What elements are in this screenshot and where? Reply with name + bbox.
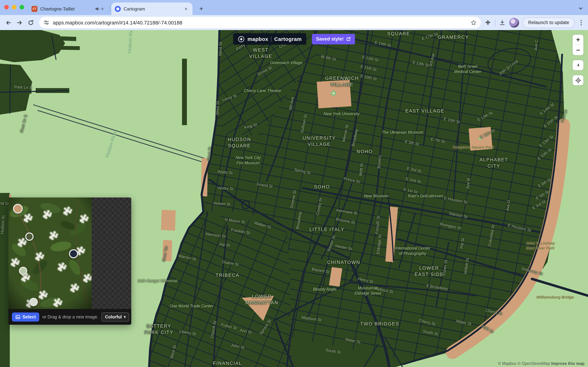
- style-dropdown-label: Colorful: [105, 314, 122, 319]
- forward-button[interactable]: [14, 17, 25, 28]
- tab-title: Cartogram: [123, 6, 180, 11]
- relaunch-button[interactable]: Relaunch to update: [523, 17, 575, 28]
- brand-bar: mapbox Cartogram Saved style!: [233, 33, 355, 45]
- image-panel: Select or Drag & drop a new image. Color…: [9, 198, 131, 325]
- improve-map-link[interactable]: Improve this map: [551, 361, 585, 366]
- tab-close-button[interactable]: ×: [183, 6, 189, 12]
- select-image-button[interactable]: Select: [12, 312, 39, 321]
- map-controls: + −: [573, 35, 583, 90]
- style-dropdown[interactable]: Colorful ▾: [102, 312, 129, 321]
- zoom-window-button[interactable]: [20, 5, 24, 9]
- tab-title: Chartogne-Taillet: [40, 6, 92, 11]
- site-settings-icon[interactable]: [43, 20, 49, 25]
- geolocate-button[interactable]: [573, 75, 583, 85]
- browser-menu-icon[interactable]: ⋮: [578, 19, 584, 26]
- url-bar[interactable]: apps.mapbox.com/cartogram/#14.14/40.7218…: [39, 17, 481, 28]
- drop-hint-text: or Drag & drop a new image.: [43, 314, 98, 319]
- zoom-in-button[interactable]: +: [573, 35, 583, 45]
- bookmark-star-icon[interactable]: [470, 19, 477, 26]
- attribution-text[interactable]: © Mapbox © OpenStreetMap: [498, 361, 551, 366]
- zoom-out-button[interactable]: −: [573, 45, 583, 55]
- new-tab-button[interactable]: +: [197, 4, 206, 13]
- reload-button[interactable]: [25, 17, 36, 28]
- image-icon: [15, 314, 20, 319]
- color-swatch[interactable]: [25, 233, 34, 241]
- color-swatch[interactable]: [13, 204, 23, 214]
- tab-close-button[interactable]: ×: [99, 6, 105, 12]
- tab-strip: CT Chartogne-Taillet × Cartogram × +: [0, 0, 588, 15]
- browser-window: CT Chartogne-Taillet × Cartogram × + app…: [0, 0, 588, 367]
- mapbox-wordmark: mapbox: [247, 36, 268, 42]
- tab-chartogne[interactable]: CT Chartogne-Taillet ×: [28, 2, 109, 15]
- extensions-icon[interactable]: [484, 19, 491, 26]
- chevron-down-icon: ▾: [124, 315, 126, 319]
- window-controls: [4, 5, 24, 9]
- color-swatch[interactable]: [29, 298, 38, 306]
- external-link-icon: [346, 37, 351, 41]
- geolocate-icon: [574, 76, 582, 84]
- panel-toolbar: Select or Drag & drop a new image. Color…: [9, 309, 131, 325]
- back-button[interactable]: [3, 17, 14, 28]
- profile-avatar[interactable]: [509, 18, 519, 27]
- transparency-checker: [92, 198, 131, 309]
- url-text[interactable]: apps.mapbox.com/cartogram/#14.14/40.7218…: [53, 20, 470, 25]
- toolbar-divider: [495, 19, 495, 26]
- download-icon[interactable]: [499, 19, 506, 26]
- source-image[interactable]: [9, 198, 92, 309]
- mapbox-logo: mapbox Cartogram: [233, 33, 306, 45]
- audio-icon[interactable]: [95, 7, 99, 11]
- app-title: Cartogram: [274, 36, 302, 42]
- saved-style-label: Saved style!: [316, 36, 344, 42]
- logo-divider: [271, 36, 271, 42]
- close-window-button[interactable]: [4, 5, 9, 9]
- tab-favicon: CT: [32, 6, 37, 12]
- saved-style-button[interactable]: Saved style!: [312, 34, 355, 44]
- color-swatch[interactable]: [69, 249, 78, 258]
- mapbox-mark-icon: [238, 35, 245, 42]
- tab-separator: [110, 5, 110, 12]
- compass-button[interactable]: [573, 60, 583, 70]
- tab-cartogram[interactable]: Cartogram ×: [111, 2, 192, 15]
- compass-needle-icon: [575, 62, 581, 69]
- map-canvas[interactable]: WEST VILLAGESQUAREGRAMERCYGREENWICH VILL…: [0, 30, 588, 367]
- tab-search-chevron-icon[interactable]: [577, 5, 585, 12]
- tab-favicon: [115, 6, 121, 12]
- select-label: Select: [22, 314, 36, 319]
- browser-toolbar: apps.mapbox.com/cartogram/#14.14/40.7218…: [0, 15, 588, 30]
- color-swatch[interactable]: [19, 267, 27, 275]
- map-attribution: © Mapbox © OpenStreetMap Improve this ma…: [498, 361, 585, 366]
- minimize-window-button[interactable]: [12, 5, 17, 9]
